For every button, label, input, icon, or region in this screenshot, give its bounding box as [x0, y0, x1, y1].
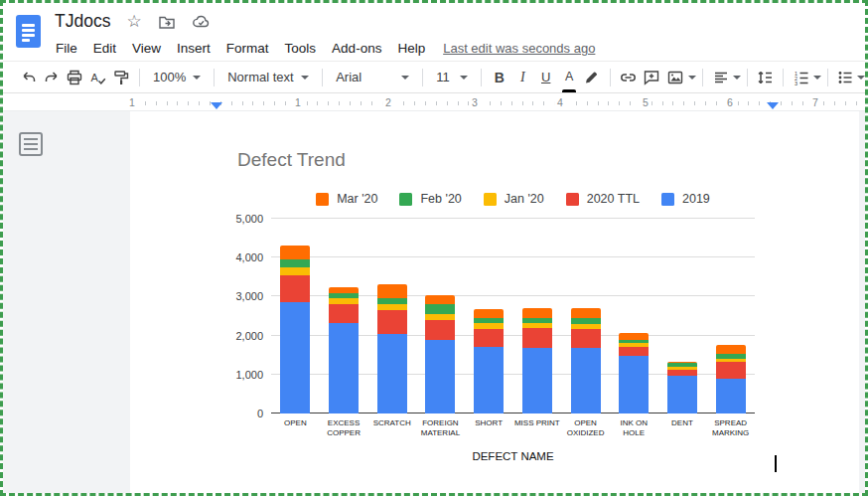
chevron-down-icon [401, 76, 409, 80]
font-value: Arial [336, 70, 362, 84]
bar-segment-2020-ttl [280, 275, 310, 302]
undo-button[interactable] [17, 66, 40, 89]
chevron-down-icon[interactable] [857, 76, 865, 80]
menu-item-view[interactable]: View [124, 39, 169, 58]
legend-item-jan-20: Jan '20 [484, 192, 544, 206]
x-tick-label: MISS PRINT [514, 418, 560, 428]
bar-short [474, 309, 504, 413]
legend-label: 2019 [682, 192, 710, 206]
y-tick-label: 3,000 [202, 290, 263, 302]
legend-swatch [484, 193, 497, 206]
text-color-button[interactable]: A [557, 66, 580, 89]
bar-segment-2020-ttl [377, 310, 407, 334]
add-comment-button[interactable] [641, 66, 663, 89]
chevron-down-icon [301, 76, 309, 80]
bar-segment-2019 [667, 376, 697, 413]
cloud-status-icon[interactable] [192, 13, 211, 31]
google-docs-window: TJdocs ☆ FileEditViewInsertFormatToolsAd… [0, 0, 868, 496]
text-cursor [775, 455, 777, 472]
x-axis-title: DEFECT NAME [271, 450, 755, 462]
chevron-down-icon[interactable] [813, 76, 821, 80]
docs-logo-icon[interactable] [16, 15, 41, 48]
menu-item-file[interactable]: File [48, 39, 85, 58]
align-button[interactable] [709, 66, 732, 89]
insert-link-button[interactable] [617, 66, 640, 89]
document-page[interactable]: Defect Trend Mar '20Feb '20Jan '202020 T… [130, 111, 859, 493]
chevron-down-icon[interactable] [733, 76, 741, 80]
print-button[interactable] [64, 66, 86, 89]
bar-ink-on-hole [619, 333, 649, 414]
gridline [271, 218, 755, 219]
highlight-color-button[interactable] [581, 66, 604, 89]
bar-segment-feb-20 [377, 298, 407, 305]
x-tick-label: OPEN OXIDIZED [563, 418, 609, 439]
chevron-down-icon [460, 76, 468, 80]
y-tick-label: 0 [202, 408, 263, 419]
bulleted-list-button[interactable] [834, 66, 857, 89]
toolbar: A 100% Normal text Arial 11 B I U A [3, 62, 865, 93]
move-to-folder-icon[interactable] [158, 13, 176, 31]
font-select[interactable]: Arial [329, 66, 416, 89]
legend-label: Jan '20 [505, 192, 544, 206]
bar-segment-2019 [522, 348, 552, 413]
last-edit-status[interactable]: Last edit was seconds ago [443, 41, 595, 56]
left-indent-marker[interactable] [211, 102, 222, 109]
ruler: 11234567 [3, 94, 865, 111]
chevron-down-icon[interactable] [688, 76, 696, 80]
legend-swatch [661, 193, 674, 206]
bar-segment-feb-20 [280, 259, 310, 267]
bar-segment-2020-ttl [522, 328, 552, 348]
bar-excess-copper [329, 287, 359, 413]
x-tick-label: SPREAD MARKING [708, 418, 754, 439]
x-tick-label: EXCESS COPPER [321, 418, 366, 439]
underline-button[interactable]: U [534, 66, 557, 89]
document-outline-icon[interactable] [19, 132, 43, 156]
style-value: Normal text [227, 70, 293, 84]
header: TJdocs ☆ FileEditViewInsertFormatToolsAd… [3, 3, 865, 62]
menu-bar: FileEditViewInsertFormatToolsAdd-onsHelp… [48, 39, 595, 58]
line-spacing-button[interactable] [754, 66, 777, 89]
bar-open [280, 246, 310, 413]
menu-item-format[interactable]: Format [218, 39, 277, 58]
chevron-down-icon [193, 76, 201, 80]
svg-text:A: A [90, 71, 98, 83]
ruler-number: 5 [640, 96, 651, 108]
italic-button[interactable]: I [511, 66, 534, 89]
menu-item-tools[interactable]: Tools [277, 39, 325, 58]
bar-segment-mar-20 [280, 246, 310, 259]
insert-image-button[interactable] [663, 66, 686, 89]
y-tick-label: 5,000 [202, 213, 263, 225]
ruler-number: 3 [469, 96, 481, 108]
ruler-number: 6 [724, 96, 736, 108]
bold-button[interactable]: B [488, 66, 510, 89]
menu-item-help[interactable]: Help [389, 39, 433, 58]
bar-segment-2019 [280, 302, 310, 413]
bar-segment-mar-20 [522, 308, 552, 317]
ruler-number: 4 [554, 96, 566, 108]
bar-segment-2020-ttl [716, 362, 746, 379]
document-title[interactable]: TJdocs [55, 11, 110, 32]
right-indent-marker[interactable] [767, 102, 779, 109]
bar-segment-2019 [329, 323, 359, 413]
zoom-select[interactable]: 100% [146, 66, 208, 89]
ruler-number: 1 [292, 96, 304, 108]
menu-item-add-ons[interactable]: Add-ons [324, 39, 389, 58]
font-size-select[interactable]: 11 [429, 66, 475, 89]
spellcheck-button[interactable]: A [86, 66, 109, 89]
legend-swatch [316, 193, 329, 206]
paint-format-button[interactable] [110, 66, 133, 89]
legend-label: 2020 TTL [587, 192, 640, 206]
embedded-chart[interactable]: Defect Trend Mar '20Feb '20Jan '202020 T… [130, 111, 859, 493]
paragraph-style-select[interactable]: Normal text [220, 66, 316, 89]
bar-segment-mar-20 [474, 309, 504, 318]
star-icon[interactable]: ☆ [126, 13, 141, 30]
menu-item-edit[interactable]: Edit [85, 39, 124, 58]
menu-item-insert[interactable]: Insert [169, 39, 218, 58]
y-tick-label: 1,000 [202, 369, 263, 381]
bar-segment-mar-20 [377, 284, 407, 298]
bar-segment-2020-ttl [571, 329, 601, 348]
redo-button[interactable] [40, 66, 63, 89]
bar-spread-marking [716, 345, 746, 413]
bar-segment-2020-ttl [425, 320, 455, 340]
numbered-list-button[interactable]: 123 [790, 66, 812, 89]
